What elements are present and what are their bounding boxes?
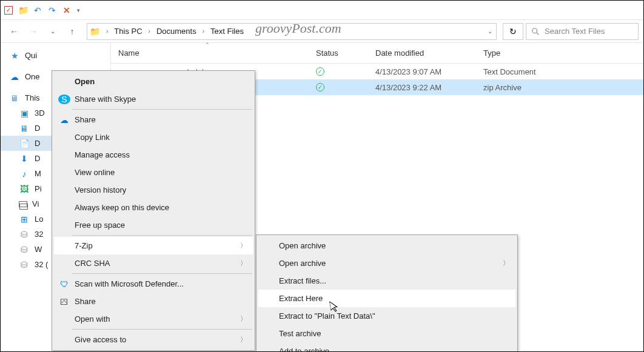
context-menu: OpenSShare with Skype☁ShareCopy LinkMana… [52, 70, 255, 351]
menu-item[interactable]: View online [54, 164, 253, 181]
music-icon: ♪ [19, 169, 30, 179]
sidebar-item-label: D [35, 154, 40, 163]
menu-item[interactable]: Extract to "Plain Text Data\" [258, 307, 515, 325]
menu-item[interactable]: Add to archive... [258, 342, 515, 352]
lc-icon: ⊞ [19, 214, 30, 224]
address-bar[interactable]: 📁 › This PC › Documents › Text Files ⌄ [87, 23, 497, 40]
shield-icon: 🛡 [58, 279, 70, 289]
breadcrumb-this-pc[interactable]: This PC [113, 27, 143, 36]
column-date[interactable]: Date modified [368, 43, 476, 63]
submenu-arrow-icon: 〉 [240, 335, 247, 344]
menu-item-label: Open [75, 77, 95, 86]
sidebar-item-label: Qui [25, 51, 37, 60]
vid-icon [19, 201, 27, 207]
context-submenu-7zip: Open archiveOpen archive〉Extract files..… [256, 234, 518, 352]
column-headers: Name⌃ Status Date modified Type [111, 43, 643, 64]
file-date: 4/13/2023 9:22 AM [368, 83, 476, 92]
menu-item[interactable]: Test archive [258, 325, 515, 342]
menu-item[interactable]: Always keep on this device [54, 199, 253, 216]
chevron-right-icon[interactable]: › [199, 28, 208, 35]
menu-item[interactable]: SShare with Skype [54, 90, 253, 108]
menu-item[interactable]: Open archive [258, 237, 515, 254]
menu-item-label: CRC SHA [75, 259, 110, 268]
menu-item-label: 7-Zip [75, 241, 93, 250]
menu-item-label: Share [75, 297, 96, 306]
qat-delete-icon[interactable]: ✕ [61, 5, 72, 16]
sidebar-item-label: M [35, 169, 41, 178]
sidebar-item-label: 3D [35, 108, 45, 118]
search-input[interactable]: Search Text Files [526, 23, 639, 40]
drv-icon: ⛁ [19, 260, 30, 270]
submenu-arrow-icon: 〉 [240, 314, 247, 324]
sidebar-item-label: Pi [35, 184, 42, 193]
address-dropdown-icon[interactable]: ⌄ [488, 28, 492, 35]
menu-item[interactable]: ☁Share [54, 111, 253, 128]
menu-item[interactable]: Give access to〉 [54, 331, 253, 348]
menu-item-label: Open archive [279, 259, 326, 268]
menu-item[interactable]: Open with〉 [54, 310, 253, 328]
submenu-arrow-icon: 〉 [503, 259, 509, 268]
breadcrumb-text-files[interactable]: Text Files [209, 27, 245, 36]
qat-dropdown-icon[interactable]: ▾ [77, 7, 80, 13]
menu-item[interactable]: Open archive〉 [258, 254, 515, 272]
menu-item[interactable]: Free up space [54, 216, 253, 234]
star-icon: ★ [9, 51, 20, 61]
desk-icon: 🖥 [19, 124, 30, 133]
menu-separator [72, 109, 252, 110]
menu-item-label: Version history [75, 185, 126, 194]
menu-item-label: Add to archive... [279, 347, 336, 352]
cloud-icon: ☁ [58, 115, 70, 125]
pic-icon: 🖼 [19, 184, 30, 194]
menu-item-label: Copy Link [75, 133, 110, 142]
menu-item[interactable]: Manage access [54, 146, 253, 164]
menu-item[interactable]: 🛡Scan with Microsoft Defender... [54, 275, 253, 293]
chevron-right-icon[interactable]: › [102, 28, 112, 35]
drv-icon: ⛁ [19, 245, 30, 254]
qat-undo-icon[interactable]: ↶ [32, 5, 43, 16]
menu-item[interactable]: CRC SHA〉 [54, 254, 253, 272]
menu-item[interactable]: Extract Here [258, 290, 515, 307]
search-placeholder: Search Text Files [545, 27, 605, 36]
menu-item-label: Extract to "Plain Text Data\" [279, 311, 375, 320]
menu-item[interactable]: Version history [54, 181, 253, 199]
qat-redo-icon[interactable]: ↷ [47, 5, 58, 16]
menu-item-label: Open with [75, 314, 110, 324]
submenu-arrow-icon: 〉 [240, 259, 247, 268]
svg-point-0 [532, 28, 537, 33]
menu-item[interactable]: 7-Zip〉 [54, 237, 253, 254]
sidebar-item-label: 32 [35, 230, 43, 239]
menu-separator [72, 329, 252, 330]
breadcrumb-documents[interactable]: Documents [155, 27, 198, 36]
qat-folder-icon[interactable]: 📁 [18, 5, 29, 16]
column-type[interactable]: Type [476, 43, 643, 63]
menu-item[interactable]: Copy Link [54, 128, 253, 146]
refresh-button[interactable]: ↻ [503, 23, 523, 40]
column-status[interactable]: Status [309, 43, 368, 63]
menu-item-label: Scan with Microsoft Defender... [75, 279, 184, 288]
menu-item[interactable]: Extract files... [258, 272, 515, 290]
column-name[interactable]: Name⌃ [111, 43, 309, 63]
menu-item-label: Open archive [279, 241, 326, 250]
title-bar: ✓ 📁 ↶ ↷ ✕ ▾ [1, 1, 643, 20]
menu-item-label: Free up space [75, 221, 125, 230]
nav-back-button[interactable]: ← [5, 23, 22, 40]
menu-item-label: Test archive [279, 329, 321, 338]
folder-icon: 📁 [90, 27, 100, 36]
pc-icon: 🖥 [9, 93, 20, 103]
3d-icon: ▣ [19, 108, 30, 118]
svg-line-1 [537, 32, 539, 35]
menu-item[interactable]: ⮹Share [54, 293, 253, 310]
sidebar-item[interactable]: ★Qui [1, 48, 110, 63]
menu-item-label: Always keep on this device [75, 203, 169, 212]
menu-item-label: Extract Here [279, 294, 323, 303]
nav-up-button[interactable]: ↑ [64, 23, 81, 40]
share-icon: ⮹ [58, 297, 70, 307]
chevron-right-icon[interactable]: › [145, 28, 154, 35]
nav-recent-dropdown[interactable]: ⌄ [44, 23, 61, 40]
menu-item-label: View online [75, 168, 115, 177]
qat-check-icon[interactable]: ✓ [3, 5, 14, 16]
nav-bar: ← → ⌄ ↑ 📁 › This PC › Documents › Text F… [1, 20, 643, 43]
menu-separator [72, 273, 252, 274]
file-type: zip Archive [476, 83, 643, 92]
menu-item[interactable]: Open [54, 73, 253, 90]
